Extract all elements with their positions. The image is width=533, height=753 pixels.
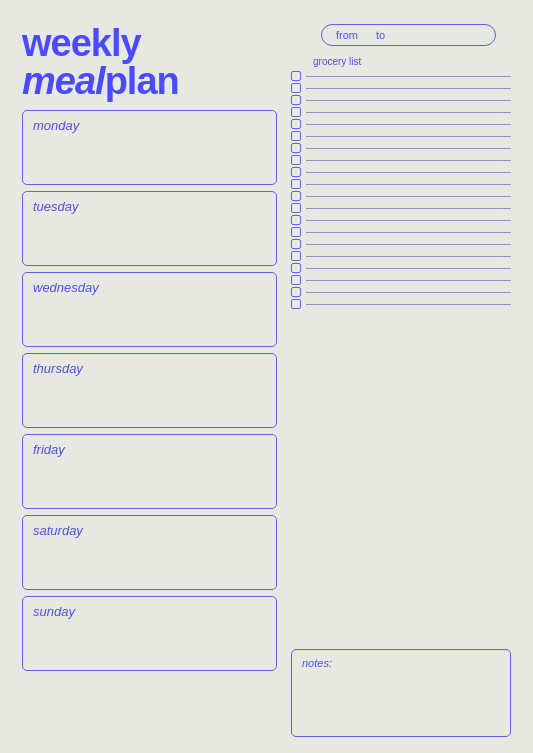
grocery-line xyxy=(306,208,511,209)
left-column: weekly meal plan monday tuesday wednesda… xyxy=(22,24,277,737)
grocery-item[interactable] xyxy=(291,203,511,213)
right-column: from to grocery list xyxy=(291,24,511,737)
grocery-checkbox[interactable] xyxy=(291,131,301,141)
grocery-line xyxy=(306,244,511,245)
grocery-item[interactable] xyxy=(291,263,511,273)
grocery-line xyxy=(306,100,511,101)
grocery-item[interactable] xyxy=(291,131,511,141)
grocery-checkbox[interactable] xyxy=(291,155,301,165)
grocery-line xyxy=(306,220,511,221)
grocery-item[interactable] xyxy=(291,227,511,237)
date-range-box[interactable]: from to xyxy=(321,24,496,46)
grocery-checkbox[interactable] xyxy=(291,263,301,273)
grocery-item[interactable] xyxy=(291,275,511,285)
grocery-checkbox[interactable] xyxy=(291,107,301,117)
page: weekly meal plan monday tuesday wednesda… xyxy=(0,0,533,753)
grocery-item[interactable] xyxy=(291,299,511,309)
grocery-line xyxy=(306,160,511,161)
grocery-line xyxy=(306,136,511,137)
grocery-checkbox[interactable] xyxy=(291,191,301,201)
grocery-item[interactable] xyxy=(291,215,511,225)
grocery-list xyxy=(291,71,511,643)
grocery-checkbox[interactable] xyxy=(291,83,301,93)
grocery-line xyxy=(306,76,511,77)
day-box-monday[interactable]: monday xyxy=(22,110,277,185)
grocery-checkbox[interactable] xyxy=(291,215,301,225)
day-label-monday: monday xyxy=(33,118,266,133)
grocery-section: grocery list xyxy=(291,56,511,643)
grocery-checkbox[interactable] xyxy=(291,143,301,153)
grocery-item[interactable] xyxy=(291,191,511,201)
grocery-item[interactable] xyxy=(291,155,511,165)
day-box-tuesday[interactable]: tuesday xyxy=(22,191,277,266)
grocery-line xyxy=(306,280,511,281)
title-line2: meal plan xyxy=(22,62,277,100)
grocery-checkbox[interactable] xyxy=(291,119,301,129)
grocery-checkbox[interactable] xyxy=(291,71,301,81)
grocery-item[interactable] xyxy=(291,107,511,117)
grocery-checkbox[interactable] xyxy=(291,95,301,105)
grocery-line xyxy=(306,232,511,233)
title-plan: plan xyxy=(105,62,179,100)
grocery-line xyxy=(306,184,511,185)
grocery-checkbox[interactable] xyxy=(291,167,301,177)
grocery-line xyxy=(306,148,511,149)
grocery-item[interactable] xyxy=(291,287,511,297)
grocery-line xyxy=(306,256,511,257)
grocery-item[interactable] xyxy=(291,83,511,93)
grocery-line xyxy=(306,172,511,173)
title-meal: meal xyxy=(22,62,105,100)
grocery-item[interactable] xyxy=(291,251,511,261)
grocery-item[interactable] xyxy=(291,167,511,177)
grocery-checkbox[interactable] xyxy=(291,239,301,249)
title-weekly: weekly xyxy=(22,24,277,62)
grocery-checkbox[interactable] xyxy=(291,179,301,189)
day-box-sunday[interactable]: sunday xyxy=(22,596,277,671)
grocery-checkbox[interactable] xyxy=(291,227,301,237)
grocery-item[interactable] xyxy=(291,239,511,249)
grocery-line xyxy=(306,124,511,125)
title-area: weekly meal plan xyxy=(22,24,277,100)
grocery-checkbox[interactable] xyxy=(291,299,301,309)
grocery-item[interactable] xyxy=(291,179,511,189)
to-label: to xyxy=(376,29,385,41)
day-label-thursday: thursday xyxy=(33,361,266,376)
day-label-tuesday: tuesday xyxy=(33,199,266,214)
notes-box[interactable]: notes: xyxy=(291,649,511,737)
day-box-friday[interactable]: friday xyxy=(22,434,277,509)
day-label-sunday: sunday xyxy=(33,604,266,619)
from-label: from xyxy=(336,29,358,41)
grocery-checkbox[interactable] xyxy=(291,275,301,285)
grocery-checkbox[interactable] xyxy=(291,251,301,261)
grocery-line xyxy=(306,196,511,197)
grocery-line xyxy=(306,304,511,305)
grocery-line xyxy=(306,268,511,269)
grocery-title: grocery list xyxy=(313,56,511,67)
day-box-wednesday[interactable]: wednesday xyxy=(22,272,277,347)
grocery-checkbox[interactable] xyxy=(291,287,301,297)
grocery-item[interactable] xyxy=(291,95,511,105)
grocery-checkbox[interactable] xyxy=(291,203,301,213)
date-range-row: from to xyxy=(291,24,511,46)
day-label-saturday: saturday xyxy=(33,523,266,538)
grocery-item[interactable] xyxy=(291,143,511,153)
grocery-item[interactable] xyxy=(291,71,511,81)
day-box-thursday[interactable]: thursday xyxy=(22,353,277,428)
grocery-item[interactable] xyxy=(291,119,511,129)
grocery-line xyxy=(306,88,511,89)
day-box-saturday[interactable]: saturday xyxy=(22,515,277,590)
grocery-line xyxy=(306,292,511,293)
notes-label: notes: xyxy=(302,657,500,669)
grocery-line xyxy=(306,112,511,113)
day-label-wednesday: wednesday xyxy=(33,280,266,295)
day-label-friday: friday xyxy=(33,442,266,457)
